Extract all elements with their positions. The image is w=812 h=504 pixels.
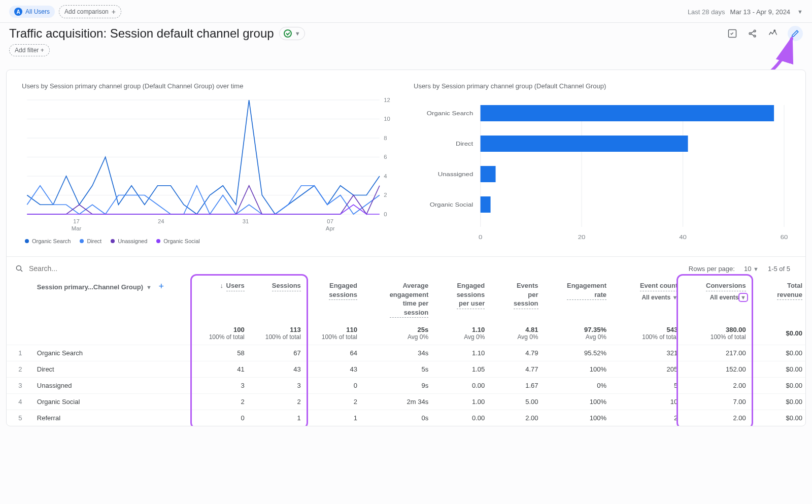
add-dimension-button[interactable]: + — [159, 281, 164, 291]
customize-report-icon[interactable] — [727, 28, 738, 39]
conversions-picker[interactable]: All events ▼ — [684, 293, 746, 301]
insights-icon[interactable] — [767, 28, 779, 39]
svg-text:0: 0 — [384, 211, 387, 217]
svg-text:07: 07 — [327, 218, 333, 224]
edit-pencil-icon[interactable] — [788, 26, 803, 41]
rows-per-page-label: Rows per page: — [689, 265, 735, 273]
chevron-down-icon: ▼ — [753, 266, 759, 272]
table-row[interactable]: 4 Organic Social 22 22m 34s 1.005.00 100… — [7, 394, 805, 410]
line-chart-title: Users by Session primary channel group (… — [22, 82, 398, 90]
line-chart: Users by Session primary channel group (… — [22, 82, 398, 244]
event-count-picker[interactable]: All events ▼ — [613, 293, 678, 301]
svg-text:40: 40 — [679, 234, 687, 241]
col-engaged-sessions[interactable]: Engagedsessions — [304, 277, 360, 322]
segment-badge: A — [14, 8, 22, 16]
svg-point-41 — [16, 265, 21, 270]
svg-text:Mar: Mar — [72, 225, 82, 231]
svg-point-4 — [774, 30, 775, 31]
plus-icon: + — [112, 8, 116, 16]
svg-point-3 — [754, 35, 756, 37]
report-status-pill[interactable]: ▼ — [279, 27, 305, 40]
svg-text:17: 17 — [73, 218, 80, 224]
sort-desc-icon: ↓ — [220, 282, 223, 289]
bar-chart: Users by Session primary channel group (… — [414, 82, 790, 244]
checkmark-icon — [284, 29, 292, 38]
svg-text:24: 24 — [158, 218, 164, 224]
svg-text:4: 4 — [384, 173, 387, 179]
svg-point-2 — [754, 30, 756, 32]
chevron-down-icon: ▼ — [295, 30, 300, 37]
data-table: Session primary...Channel Group) ▼ + ↓ U… — [7, 277, 805, 426]
search-input[interactable] — [28, 264, 150, 273]
svg-rect-39 — [481, 196, 491, 213]
line-chart-legend: Organic SearchDirectUnassignedOrganic So… — [22, 236, 398, 244]
chevron-down-icon: ▼ — [797, 9, 803, 15]
legend-item[interactable]: Organic Social — [156, 238, 200, 244]
table-row[interactable]: 1 Organic Search 5867 6434s 1.104.79 95.… — [7, 345, 805, 361]
col-sessions[interactable]: Sessions — [248, 277, 304, 322]
totals-row: 100100% of total 113100% of total 110100… — [7, 322, 805, 345]
col-engagement-rate[interactable]: Engagementrate — [542, 277, 610, 322]
svg-text:2: 2 — [384, 192, 387, 198]
svg-text:8: 8 — [384, 135, 387, 141]
svg-text:31: 31 — [243, 218, 249, 224]
date-range-value: Mar 13 - Apr 9, 2024 — [730, 8, 791, 16]
svg-text:Organic Social: Organic Social — [430, 201, 473, 208]
svg-text:Direct: Direct — [456, 141, 473, 147]
page-title: Traffic acquisition: Session default cha… — [9, 26, 274, 41]
legend-item[interactable]: Organic Search — [25, 238, 71, 244]
svg-text:60: 60 — [781, 234, 788, 241]
col-event-count[interactable]: Event count All events ▼ — [610, 277, 681, 322]
add-comparison-button[interactable]: Add comparison + — [59, 5, 121, 18]
svg-text:10: 10 — [384, 116, 390, 122]
legend-item[interactable]: Unassigned — [111, 238, 147, 244]
add-filter-label: Add filter + — [15, 47, 44, 54]
add-comparison-label: Add comparison — [64, 8, 109, 15]
dimension-picker[interactable]: Session primary...Channel Group) ▼ — [37, 283, 152, 291]
svg-text:Unassigned: Unassigned — [438, 171, 473, 178]
date-range-label: Last 28 days — [688, 8, 725, 16]
search-icon — [15, 264, 24, 273]
chevron-down-icon: ▼ — [146, 284, 152, 290]
svg-text:Organic Search: Organic Search — [427, 110, 473, 117]
pagination-range: 1-5 of 5 — [768, 265, 790, 273]
col-conversions[interactable]: Conversions All events ▼ — [681, 277, 749, 322]
date-range-picker[interactable]: Last 28 days Mar 13 - Apr 9, 2024 ▼ — [688, 8, 803, 16]
table-row[interactable]: 3 Unassigned 33 09s 0.001.67 0%5 2.00$0.… — [7, 378, 805, 394]
svg-text:6: 6 — [384, 154, 387, 160]
svg-text:20: 20 — [578, 234, 586, 241]
segment-all-users[interactable]: A All Users — [9, 6, 55, 18]
bar-chart-title: Users by Session primary channel group (… — [414, 82, 790, 90]
legend-item[interactable]: Direct — [80, 238, 101, 244]
col-avg-engagement[interactable]: Averageengagementtime persession — [360, 277, 431, 322]
col-users[interactable]: ↓ Users — [194, 277, 248, 322]
share-icon[interactable] — [747, 28, 758, 39]
report-card: Users by Session primary channel group (… — [6, 70, 806, 426]
col-events-per-session[interactable]: Eventspersession — [488, 277, 541, 322]
col-revenue[interactable]: Totalrevenue — [749, 277, 805, 322]
segment-label: All Users — [25, 8, 50, 15]
add-filter-button[interactable]: Add filter + — [9, 44, 50, 56]
rows-per-page-select[interactable]: 10 ▼ — [744, 265, 759, 273]
svg-text:Apr: Apr — [326, 225, 335, 231]
svg-point-1 — [749, 32, 751, 35]
table-row[interactable]: 5 Referral 01 10s 0.002.00 100%2 2.00$0.… — [7, 410, 805, 426]
svg-rect-33 — [481, 105, 774, 121]
table-row[interactable]: 2 Direct 4143 435s 1.054.77 100%205 152.… — [7, 361, 805, 378]
svg-text:12: 12 — [384, 97, 390, 103]
svg-rect-37 — [481, 166, 496, 182]
table-search[interactable] — [15, 264, 150, 273]
svg-text:0: 0 — [479, 234, 483, 241]
svg-rect-35 — [481, 136, 688, 152]
col-eng-per-user[interactable]: Engagedsessionsper user — [431, 277, 488, 322]
